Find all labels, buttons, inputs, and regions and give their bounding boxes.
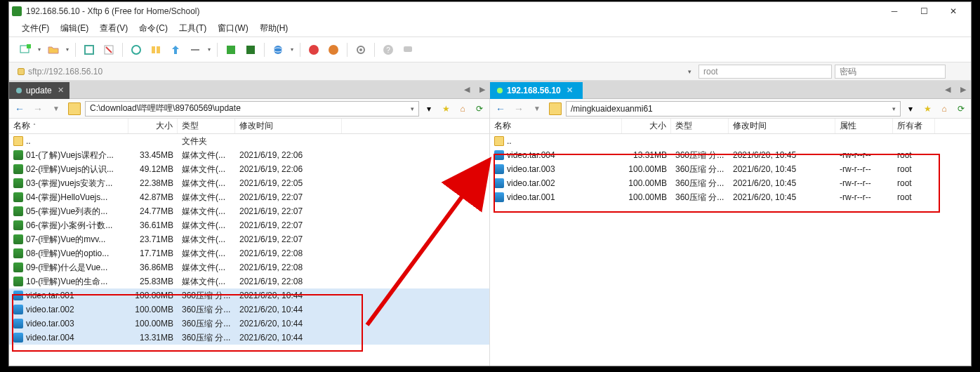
col-mtime[interactable]: 修改时间 [235,119,342,133]
mp4-file-icon [13,263,23,272]
menu-file[interactable]: 文件(F) [16,21,55,36]
file-row[interactable]: 03-(掌握)vuejs安装方...22.38MB媒体文件(...2021/6/… [9,176,489,190]
maximize-button[interactable]: ☐ [909,3,939,20]
tab-local-label: update [26,86,52,95]
star-icon[interactable]: ★ [439,102,453,116]
tab-local[interactable]: update ✕ [9,82,69,99]
file-row[interactable]: 08-(理解)Vue的optio...17.71MB媒体文件(...2021/6… [9,246,489,260]
col-size[interactable]: 大小 [622,119,671,133]
s-icon[interactable] [305,41,323,59]
file-row[interactable]: video.tar.003100.00MB360压缩 分...2021/6/20… [490,162,971,176]
tab-close-icon[interactable]: ✕ [567,86,573,95]
file-row[interactable]: video.tar.003100.00MB360压缩 分...2021/6/20… [9,317,489,331]
disconnect-icon[interactable] [100,41,118,59]
sync-icon[interactable] [127,41,145,59]
menu-view[interactable]: 查看(V) [94,21,133,36]
file-row[interactable]: video.tar.001100.00MB360压缩 分...2021/6/20… [490,190,971,204]
xt2-icon[interactable] [241,41,260,59]
back-icon[interactable]: ← [493,101,508,117]
menu-edit[interactable]: 编辑(E) [55,21,94,36]
tab-prev-icon[interactable]: ◀ [940,82,955,98]
file-row[interactable]: 05-(掌握)Vue列表的...24.77MB媒体文件(...2021/6/19… [9,204,489,218]
refresh-icon[interactable]: ⟳ [954,102,968,116]
file-row[interactable]: 01-(了解)Vuejs课程介...33.45MB媒体文件(...2021/6/… [9,148,489,162]
close-button[interactable]: ✕ [939,3,968,20]
parent-row[interactable]: ..文件夹 [9,134,489,148]
xt1-icon[interactable] [222,41,240,59]
col-type[interactable]: 类型 [671,119,729,133]
path-dd-icon[interactable]: ▾ [892,105,896,112]
mp4-file-icon [13,164,23,174]
file-row[interactable]: video.tar.001100.00MB360压缩 分...2021/6/20… [9,288,489,303]
menu-cmd[interactable]: 命令(C) [133,21,173,36]
gear-icon[interactable] [352,41,370,59]
new-session-icon[interactable] [16,41,34,59]
col-attr[interactable]: 属性 [835,119,893,133]
parent-row[interactable]: .. [490,134,971,148]
col-size[interactable]: 大小 [128,119,178,133]
address-dd[interactable]: ▾ [688,68,691,75]
file-row[interactable]: 10-(理解)Vue的生命...25.83MB媒体文件(...2021/6/19… [9,274,489,288]
col-type[interactable]: 类型 [178,119,235,133]
svg-line-4 [106,47,112,53]
file-row[interactable]: 06-(掌握)小案例-计数...36.61MB媒体文件(...2021/6/19… [9,218,489,232]
globe-dd[interactable]: ▾ [289,46,296,53]
home-icon[interactable]: ⌂ [937,102,951,116]
up-dir-icon[interactable]: ▼ [529,101,545,117]
col-name[interactable]: 名称 [490,119,622,133]
menu-win[interactable]: 窗口(W) [212,21,253,36]
svg-point-11 [274,46,282,54]
tab-next-icon[interactable]: ▶ [475,82,490,98]
path-dd-icon[interactable]: ▾ [411,105,414,112]
view-dd[interactable]: ▾ [206,46,213,53]
arc-file-icon [494,150,504,160]
history-dd[interactable]: ▾ [422,102,436,116]
refresh-icon[interactable]: ⟳ [472,102,486,116]
svg-rect-2 [85,46,93,54]
menu-help[interactable]: 帮助(H) [254,21,294,36]
tab-dot-icon [16,88,22,93]
globe-icon[interactable] [269,41,287,59]
view-icon[interactable] [186,41,204,59]
home-icon[interactable]: ⌂ [456,102,470,116]
file-row[interactable]: 04-(掌握)HelloVuejs...42.87MB媒体文件(...2021/… [9,190,489,204]
file-row[interactable]: 02-(理解)Vuejs的认识...49.12MB媒体文件(...2021/6/… [9,162,489,176]
password-field[interactable] [835,65,946,79]
reconnect-icon[interactable] [80,41,98,59]
bubble-icon[interactable] [399,41,417,59]
local-path-input[interactable]: C:\download\哔哩哔哩\89760569\update ▾ [85,101,419,117]
minimize-button[interactable]: ─ [880,3,909,20]
home-icon[interactable] [147,41,165,59]
back-icon[interactable]: ← [12,101,27,117]
tab-remote[interactable]: 192.168.56.10 ✕ [490,82,583,99]
up-icon[interactable] [166,41,185,59]
menu-tool[interactable]: 工具(T) [173,21,212,36]
local-col-head: 名称˄ 大小 类型 修改时间 [9,119,489,134]
file-row[interactable]: video.tar.00413.31MB360压缩 分...2021/6/20,… [490,148,971,162]
help-icon[interactable]: ? [379,41,397,59]
up-dir-icon[interactable]: ▼ [48,101,64,117]
tab-prev-icon[interactable]: ◀ [459,82,475,98]
tab-close-icon[interactable]: ✕ [58,86,64,95]
file-row[interactable]: 07-(理解)Vue的mvv...23.71MB媒体文件(...2021/6/1… [9,232,489,246]
file-row[interactable]: 09-(理解)什么是Vue...36.86MB媒体文件(...2021/6/19… [9,260,489,274]
remote-path-input[interactable]: /mingkuaidexuanmi61 ▾ [566,101,901,117]
new-session-dd[interactable]: ▾ [36,46,43,53]
star-icon[interactable]: ★ [920,102,934,116]
history-dd[interactable]: ▾ [903,102,918,116]
forward-icon[interactable]: → [30,101,46,117]
col-owner[interactable]: 所有者 [893,119,935,133]
svg-point-13 [309,45,319,55]
col-name[interactable]: 名称˄ [9,119,128,133]
open-dd[interactable]: ▾ [64,46,71,53]
file-row[interactable]: video.tar.002100.00MB360压缩 分...2021/6/20… [9,303,489,317]
tab-next-icon[interactable]: ▶ [955,82,971,98]
address-url[interactable]: sftp://192.168.56.10 [28,67,688,77]
b-icon[interactable] [324,41,343,59]
file-row[interactable]: video.tar.002100.00MB360压缩 分...2021/6/20… [490,176,971,190]
col-mtime[interactable]: 修改时间 [729,119,835,133]
file-row[interactable]: video.tar.00413.31MB360压缩 分...2021/6/20,… [9,331,489,345]
user-field[interactable] [698,65,832,79]
open-icon[interactable] [44,41,62,59]
forward-icon[interactable]: → [511,101,527,117]
